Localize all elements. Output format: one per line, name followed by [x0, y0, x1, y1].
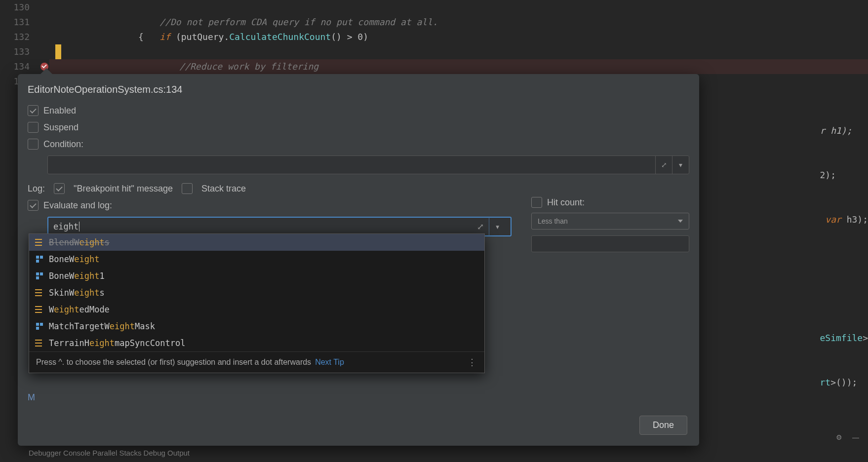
autocomplete-item-label: WeightedMode — [49, 305, 110, 314]
hitcount-checkbox[interactable] — [531, 197, 542, 208]
autocomplete-item[interactable]: MatchTargetWeightMask — [29, 318, 484, 335]
more-icon[interactable]: ⋮ — [468, 357, 477, 368]
struct-icon — [35, 272, 44, 279]
popup-title: EditorNoteOperationSystem.cs:134 — [18, 84, 699, 102]
autocomplete-hint: Press ^. to choose the selected (or firs… — [36, 358, 311, 367]
breakpoint-popup: EditorNoteOperationSystem.cs:134 Enabled… — [18, 74, 699, 446]
hitcount-label: Hit count: — [547, 197, 585, 208]
stacktrace-checkbox[interactable] — [182, 183, 193, 194]
line-number: 134 — [0, 59, 30, 74]
partial-code-right: r h1); 2); var h3); eSimfile> rt>()); — [820, 94, 868, 420]
autocomplete-item[interactable]: BoneWeight — [29, 251, 484, 268]
hitcount-value-input[interactable] — [531, 235, 689, 252]
bottom-tabs[interactable]: Debugger Console Parallel Stacks Debug O… — [29, 449, 190, 457]
code-line: { — [138, 30, 144, 44]
autocomplete-item-label: BoneWeight — [49, 254, 99, 264]
line-number: 133 — [0, 44, 30, 59]
autocomplete-item[interactable]: SkinWeights — [29, 284, 484, 301]
autocomplete-popup: BlendWeightsBoneWeightBoneWeight1SkinWei… — [29, 233, 485, 373]
line-number: 130 — [0, 0, 30, 15]
enabled-checkbox[interactable] — [28, 105, 39, 116]
text-caret — [79, 222, 79, 231]
eval-log-label: Evaluate and log: — [43, 200, 112, 211]
stacktrace-label: Stack trace — [201, 184, 246, 194]
chevron-down-icon[interactable]: ▾ — [672, 155, 689, 174]
autocomplete-item[interactable]: BlendWeights — [29, 234, 484, 251]
more-link[interactable]: M — [28, 392, 35, 403]
condition-checkbox[interactable] — [28, 139, 39, 150]
autocomplete-item[interactable]: BoneWeight1 — [29, 268, 484, 284]
autocomplete-item-label: TerrainHeightmapSyncControl — [49, 338, 185, 348]
enum-icon — [35, 306, 44, 313]
autocomplete-item[interactable]: TerrainHeightmapSyncControl — [29, 335, 484, 351]
condition-label: Condition: — [43, 139, 83, 150]
chevron-down-icon[interactable]: ▾ — [489, 217, 506, 236]
suspend-checkbox[interactable] — [28, 122, 39, 133]
enabled-label: Enabled — [43, 106, 76, 116]
line-number: 131 — [0, 15, 30, 30]
done-button[interactable]: Done — [639, 416, 687, 435]
expand-icon[interactable]: ⤢ — [655, 155, 672, 174]
gear-icon[interactable]: ⚙ — [836, 433, 842, 441]
log-label: Log: — [28, 184, 45, 194]
autocomplete-item[interactable]: WeightedMode — [29, 301, 484, 318]
eval-log-checkbox[interactable] — [28, 200, 39, 211]
struct-icon — [35, 323, 44, 330]
autocomplete-item-label: SkinWeights — [49, 288, 105, 298]
bp-hit-checkbox[interactable] — [54, 183, 65, 194]
minimize-icon[interactable]: — — [852, 433, 859, 441]
line-number: 132 — [0, 30, 30, 44]
bp-hit-label: "Breakpoint hit" message — [74, 184, 173, 194]
chevron-down-icon — [678, 220, 683, 223]
suspend-label: Suspend — [43, 122, 79, 133]
autocomplete-item-label: MatchTargetWeightMask — [49, 321, 155, 331]
autocomplete-item-label: BoneWeight1 — [49, 271, 105, 281]
struct-icon — [35, 256, 44, 263]
condition-input[interactable]: ⤢ ▾ — [47, 155, 689, 174]
hitcount-mode-select[interactable]: Less than — [531, 213, 689, 230]
autocomplete-item-label: BlendWeights — [49, 237, 110, 247]
keyword: if — [159, 32, 170, 42]
next-tip-link[interactable]: Next Tip — [315, 358, 344, 367]
enum-icon — [35, 340, 44, 346]
enum-icon — [35, 239, 44, 246]
enum-icon — [35, 289, 44, 296]
